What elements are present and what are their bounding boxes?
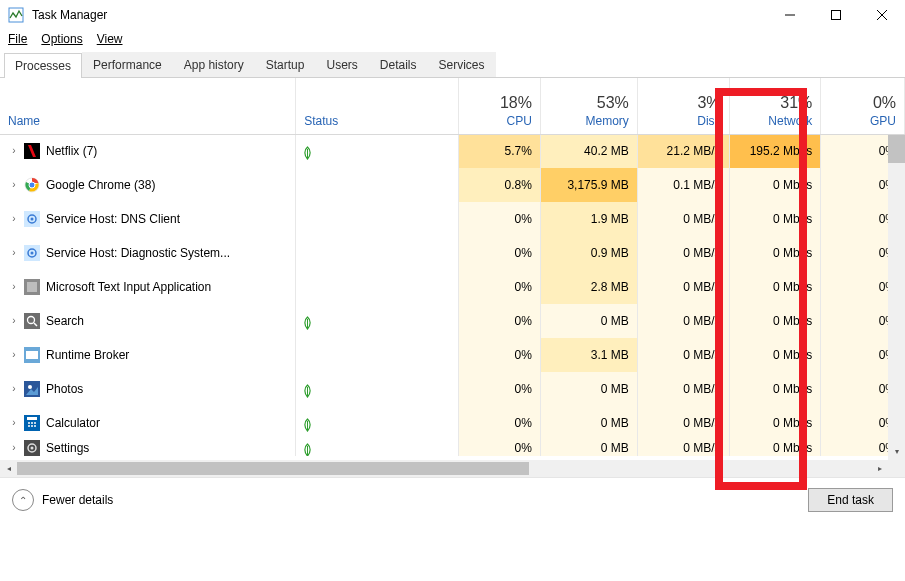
scroll-corner — [888, 460, 905, 477]
cpu-cell: 0% — [459, 304, 541, 338]
col-network-header[interactable]: ⌄ 31% Network — [729, 78, 821, 134]
process-name-label: Service Host: Diagnostic System... — [46, 246, 230, 260]
expand-chevron-icon[interactable]: › — [8, 213, 20, 224]
menubar: File Options View — [0, 30, 905, 52]
process-name-cell[interactable]: ›Photos — [0, 372, 296, 406]
process-name-cell[interactable]: ›Settings — [0, 440, 296, 456]
tab-app-history[interactable]: App history — [173, 52, 255, 77]
status-cell — [296, 372, 459, 406]
end-task-button[interactable]: End task — [808, 488, 893, 512]
process-name-cell[interactable]: ›Runtime Broker — [0, 338, 296, 372]
expand-chevron-icon[interactable]: › — [8, 315, 20, 326]
expand-chevron-icon[interactable]: › — [8, 417, 20, 428]
expand-chevron-icon[interactable]: › — [8, 145, 20, 156]
table-row[interactable]: ›Google Chrome (38)0.8%3,175.9 MB0.1 MB/… — [0, 168, 905, 202]
table-row[interactable]: ›Settings0%0 MB0 MB/s0 Mbps0% — [0, 440, 905, 456]
memory-cell: 0 MB — [540, 372, 637, 406]
scroll-left-arrow-icon[interactable]: ◂ — [0, 464, 17, 473]
memory-cell: 3.1 MB — [540, 338, 637, 372]
col-memory-header[interactable]: 53% Memory — [540, 78, 637, 134]
scroll-right-arrow-icon[interactable]: ▸ — [871, 464, 888, 473]
col-cpu-header[interactable]: 18% CPU — [459, 78, 541, 134]
close-button[interactable] — [859, 0, 905, 30]
fewer-details-toggle[interactable]: ⌃ Fewer details — [12, 489, 113, 511]
network-cell: 0 Mbps — [729, 338, 821, 372]
expand-chevron-icon[interactable]: › — [8, 349, 20, 360]
horizontal-scrollbar[interactable]: ◂ ▸ — [0, 460, 888, 477]
scroll-down-arrow-icon[interactable]: ▾ — [888, 443, 905, 460]
tab-details[interactable]: Details — [369, 52, 428, 77]
memory-cell: 3,175.9 MB — [540, 168, 637, 202]
expand-chevron-icon[interactable]: › — [8, 442, 20, 453]
process-name-label: Settings — [46, 441, 89, 455]
menu-file[interactable]: File — [8, 32, 27, 46]
col-status-header[interactable]: Status — [296, 78, 459, 134]
table-row[interactable]: ›Service Host: Diagnostic System...0%0.9… — [0, 236, 905, 270]
status-cell — [296, 168, 459, 202]
process-name-cell[interactable]: ›Calculator — [0, 406, 296, 440]
svg-point-34 — [34, 425, 36, 427]
tab-performance[interactable]: Performance — [82, 52, 173, 77]
status-cell — [296, 304, 459, 338]
calculator-icon — [24, 415, 40, 431]
process-name-label: Microsoft Text Input Application — [46, 280, 211, 294]
table-row[interactable]: ›Runtime Broker0%3.1 MB0 MB/s0 Mbps0% — [0, 338, 905, 372]
table-row[interactable]: ›Netflix (7)5.7%40.2 MB21.2 MB/s195.2 Mb… — [0, 134, 905, 168]
app-icon — [24, 279, 40, 295]
network-cell: 0 Mbps — [729, 236, 821, 270]
col-name-header[interactable]: Name — [0, 78, 296, 134]
expand-chevron-icon[interactable]: › — [8, 281, 20, 292]
process-name-label: Photos — [46, 382, 83, 396]
disk-cell: 0 MB/s — [637, 372, 729, 406]
disk-cell: 0 MB/s — [637, 304, 729, 338]
status-cell — [296, 406, 459, 440]
table-row[interactable]: ›Photos0%0 MB0 MB/s0 Mbps0% — [0, 372, 905, 406]
expand-chevron-icon[interactable]: › — [8, 247, 20, 258]
tab-services[interactable]: Services — [428, 52, 496, 77]
process-name-cell[interactable]: ›Service Host: Diagnostic System... — [0, 236, 296, 270]
table-row[interactable]: ›Service Host: DNS Client0%1.9 MB0 MB/s0… — [0, 202, 905, 236]
expand-chevron-icon[interactable]: › — [8, 383, 20, 394]
table-row[interactable]: ›Calculator0%0 MB0 MB/s0 Mbps0% — [0, 406, 905, 440]
process-name-label: Service Host: DNS Client — [46, 212, 180, 226]
vertical-scrollbar[interactable]: ▾ — [888, 135, 905, 460]
memory-cell: 0 MB — [540, 304, 637, 338]
status-cell — [296, 338, 459, 372]
tab-processes[interactable]: Processes — [4, 53, 82, 78]
tab-users[interactable]: Users — [315, 52, 368, 77]
minimize-button[interactable] — [767, 0, 813, 30]
menu-view[interactable]: View — [97, 32, 123, 46]
sort-indicator-icon: ⌄ — [736, 82, 744, 93]
tab-startup[interactable]: Startup — [255, 52, 316, 77]
horizontal-scroll-thumb[interactable] — [17, 462, 529, 475]
app-icon — [8, 7, 24, 23]
table-row[interactable]: ›Microsoft Text Input Application0%2.8 M… — [0, 270, 905, 304]
process-name-cell[interactable]: ›Google Chrome (38) — [0, 168, 296, 202]
network-cell: 0 Mbps — [729, 372, 821, 406]
process-name-cell[interactable]: ›Service Host: DNS Client — [0, 202, 296, 236]
process-name-cell[interactable]: ›Netflix (7) — [0, 134, 296, 168]
col-disk-header[interactable]: 3% Disk — [637, 78, 729, 134]
leaf-icon — [302, 443, 314, 455]
leaf-icon — [302, 418, 314, 430]
disk-cell: 0 MB/s — [637, 440, 729, 456]
status-cell — [296, 236, 459, 270]
status-cell — [296, 270, 459, 304]
expand-chevron-icon[interactable]: › — [8, 179, 20, 190]
footer: ⌃ Fewer details End task — [0, 478, 905, 522]
process-name-label: Search — [46, 314, 84, 328]
menu-options[interactable]: Options — [41, 32, 82, 46]
maximize-button[interactable] — [813, 0, 859, 30]
cpu-cell: 0% — [459, 440, 541, 456]
vertical-scroll-thumb[interactable] — [888, 135, 905, 163]
col-gpu-header[interactable]: 0% GPU — [821, 78, 905, 134]
photos-icon — [24, 381, 40, 397]
cpu-cell: 0.8% — [459, 168, 541, 202]
window-title: Task Manager — [32, 8, 767, 22]
process-name-cell[interactable]: ›Microsoft Text Input Application — [0, 270, 296, 304]
process-name-cell[interactable]: ›Search — [0, 304, 296, 338]
search-icon — [24, 313, 40, 329]
svg-point-38 — [31, 447, 34, 450]
memory-cell: 0 MB — [540, 406, 637, 440]
table-row[interactable]: ›Search0%0 MB0 MB/s0 Mbps0% — [0, 304, 905, 338]
